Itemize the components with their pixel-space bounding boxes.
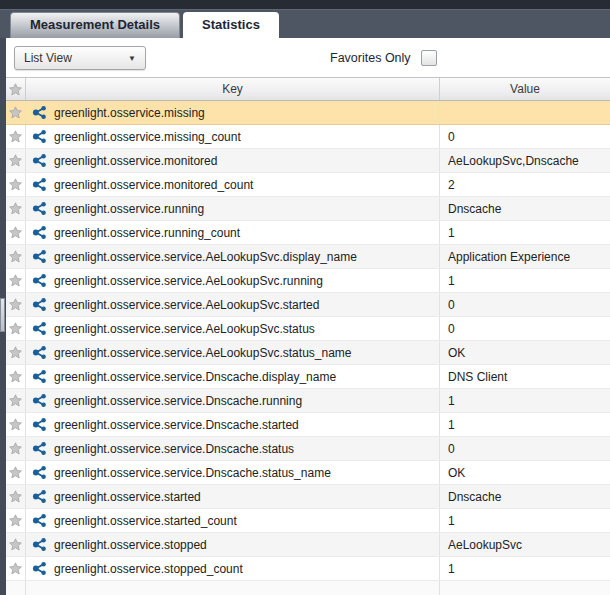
table-row[interactable]: greenlight.osservice.running_count 1: [6, 221, 610, 245]
share-icon: [32, 105, 47, 120]
share-icon: [32, 177, 47, 192]
row-key: greenlight.osservice.service.Dnscache.st…: [54, 466, 331, 480]
favorite-star-button[interactable]: [6, 461, 25, 484]
star-icon: [9, 106, 22, 119]
share-icon: [32, 369, 47, 384]
row-key: greenlight.osservice.service.AeLookupSvc…: [54, 346, 352, 360]
table-row[interactable]: greenlight.osservice.service.AeLookupSvc…: [6, 245, 610, 269]
favorite-star-button[interactable]: [6, 485, 25, 508]
table-row[interactable]: greenlight.osservice.monitored AeLookupS…: [6, 149, 610, 173]
view-mode-value: List View: [24, 51, 72, 65]
table-row[interactable]: greenlight.osservice.monitored_count 2: [6, 173, 610, 197]
row-value: Dnscache: [448, 202, 501, 216]
favorite-star-button[interactable]: [6, 437, 25, 460]
share-icon: [32, 417, 47, 432]
row-value: OK: [448, 346, 465, 360]
column-header-value[interactable]: Value: [440, 78, 610, 100]
table-row[interactable]: greenlight.osservice.service.Dnscache.st…: [6, 413, 610, 437]
favorite-star-button[interactable]: [6, 125, 25, 148]
table-row[interactable]: greenlight.osservice.running Dnscache: [6, 197, 610, 221]
table-row[interactable]: greenlight.osservice.stopped AeLookupSvc: [6, 533, 610, 557]
tab-statistics[interactable]: Statistics: [183, 12, 279, 38]
table-row[interactable]: greenlight.osservice.started_count 1: [6, 509, 610, 533]
row-key: greenlight.osservice.service.Dnscache.st…: [54, 442, 294, 456]
row-key: greenlight.osservice.stopped: [54, 538, 207, 552]
share-icon: [32, 297, 47, 312]
row-value: 0: [448, 298, 455, 312]
row-value: 2: [448, 178, 455, 192]
star-icon: [9, 83, 22, 96]
favorite-star-button[interactable]: [6, 245, 25, 268]
table-row[interactable]: greenlight.osservice.service.Dnscache.ru…: [6, 389, 610, 413]
star-icon: [9, 418, 22, 431]
row-value: 1: [448, 274, 455, 288]
favorite-star-button[interactable]: [6, 293, 25, 316]
star-icon: [9, 466, 22, 479]
share-icon: [32, 249, 47, 264]
row-key: greenlight.osservice.service.AeLookupSvc…: [54, 298, 319, 312]
row-key: greenlight.osservice.monitored_count: [54, 178, 253, 192]
table-row[interactable]: greenlight.osservice.service.Dnscache.st…: [6, 461, 610, 485]
row-key: greenlight.osservice.service.Dnscache.di…: [54, 370, 336, 384]
row-value: 1: [448, 394, 455, 408]
row-value: 1: [448, 514, 455, 528]
favorite-star-button[interactable]: [6, 269, 25, 292]
table-header: Key Value: [6, 77, 610, 101]
favorite-star-button[interactable]: [6, 173, 25, 196]
favorite-star-button[interactable]: [6, 389, 25, 412]
favorite-star-button[interactable]: [6, 197, 25, 220]
row-value: AeLookupSvc: [448, 538, 522, 552]
table-row[interactable]: greenlight.osservice.missing_count 0: [6, 125, 610, 149]
splitter-strip: [0, 38, 6, 595]
table-row[interactable]: greenlight.osservice.service.Dnscache.st…: [6, 437, 610, 461]
table-row[interactable]: greenlight.osservice.service.AeLookupSvc…: [6, 293, 610, 317]
favorite-star-button[interactable]: [6, 341, 25, 364]
star-icon: [9, 394, 22, 407]
share-icon: [32, 465, 47, 480]
table-row[interactable]: greenlight.osservice.service.AeLookupSvc…: [6, 341, 610, 365]
row-value: Application Experience: [448, 250, 570, 264]
star-icon: [9, 250, 22, 263]
star-icon: [9, 370, 22, 383]
favorite-star-button[interactable]: [6, 101, 25, 124]
favorite-star-button[interactable]: [6, 149, 25, 172]
share-icon: [32, 393, 47, 408]
favorite-star-button[interactable]: [6, 317, 25, 340]
table-row[interactable]: greenlight.osservice.stopped_count 1: [6, 557, 610, 581]
row-key: greenlight.osservice.service.Dnscache.ru…: [54, 394, 302, 408]
favorite-star-button[interactable]: [6, 509, 25, 532]
star-icon: [9, 274, 22, 287]
row-value: 1: [448, 418, 455, 432]
table-row[interactable]: greenlight.osservice.service.AeLookupSvc…: [6, 317, 610, 341]
row-value: 0: [448, 322, 455, 336]
favorite-star-button[interactable]: [6, 557, 25, 580]
row-value: DNS Client: [448, 370, 507, 384]
favorite-star-button[interactable]: [6, 533, 25, 556]
splitter-grip-handle[interactable]: [0, 298, 5, 332]
column-header-favorite: [6, 78, 26, 100]
toolbar: List View ▼ Favorites Only: [6, 38, 610, 77]
favorite-star-button[interactable]: [6, 365, 25, 388]
star-icon: [9, 178, 22, 191]
share-icon: [32, 153, 47, 168]
star-icon: [9, 346, 22, 359]
favorites-filter: Favorites Only: [330, 46, 437, 70]
favorite-star-button[interactable]: [6, 221, 25, 244]
tab-bar: Measurement Details Statistics: [0, 9, 610, 38]
tab-measurement-details[interactable]: Measurement Details: [10, 12, 180, 38]
star-icon: [9, 130, 22, 143]
row-key: greenlight.osservice.service.AeLookupSvc…: [54, 274, 323, 288]
column-header-key[interactable]: Key: [26, 78, 440, 100]
favorite-star-button[interactable]: [6, 413, 25, 436]
table-row[interactable]: greenlight.osservice.service.AeLookupSvc…: [6, 269, 610, 293]
chevron-down-icon: ▼: [128, 54, 136, 63]
table-row[interactable]: greenlight.osservice.started Dnscache: [6, 485, 610, 509]
share-icon: [32, 489, 47, 504]
row-key: greenlight.osservice.missing_count: [54, 130, 241, 144]
star-icon: [9, 514, 22, 527]
table-row[interactable]: greenlight.osservice.missing: [6, 101, 610, 125]
row-value: 1: [448, 226, 455, 240]
table-row[interactable]: greenlight.osservice.service.Dnscache.di…: [6, 365, 610, 389]
view-mode-dropdown[interactable]: List View ▼: [14, 46, 146, 70]
favorites-only-checkbox[interactable]: [421, 50, 437, 66]
